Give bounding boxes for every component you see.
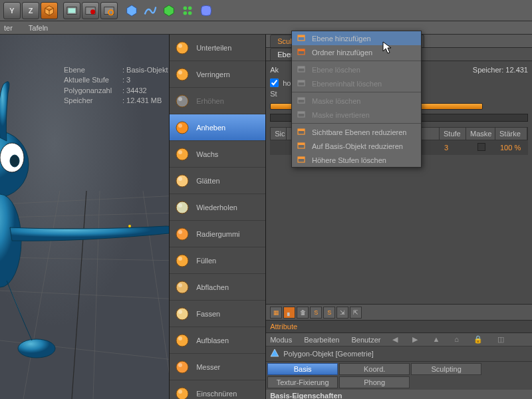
checkbox-stufe[interactable] <box>270 78 279 87</box>
svg-rect-62 <box>298 66 305 68</box>
nav-lock-icon[interactable]: 🔒 <box>473 335 483 344</box>
tool-fassen[interactable]: Fassen <box>170 301 265 327</box>
attr-tab-koord[interactable]: Koord. <box>339 363 410 375</box>
tool-wachs[interactable]: Wachs <box>170 141 265 168</box>
tool-label: Radiergummi <box>196 230 239 238</box>
tool-füllen[interactable]: Füllen <box>170 247 265 274</box>
attr-tab-textur[interactable]: Textur-Fixierung <box>267 376 338 388</box>
svg-point-27 <box>128 225 131 227</box>
ctx-mask-del[interactable]: Maske löschen <box>292 94 421 108</box>
folder-add-icon <box>297 48 308 57</box>
section-header: Basis-Eigenschaften <box>266 390 532 399</box>
nav-home-icon[interactable]: ⌂ <box>454 335 459 344</box>
tool-glätten[interactable]: Glätten <box>170 168 265 194</box>
tool-label: Messer <box>196 363 220 371</box>
delete-button[interactable]: 🗑 <box>297 307 309 319</box>
tool-verringern[interactable]: Verringern <box>170 61 265 88</box>
ctx-folder-add[interactable]: Ordner hinzufügen <box>292 45 421 59</box>
tool-icon <box>174 279 191 296</box>
svg-point-30 <box>176 68 188 80</box>
svg-rect-66 <box>298 98 305 100</box>
nav-next-icon[interactable]: ▶ <box>412 335 418 344</box>
render-region-button[interactable] <box>82 2 99 19</box>
tool-icon <box>174 252 191 269</box>
ctx-label: Ordner hinzufügen <box>312 49 372 57</box>
tool-wiederholen[interactable]: Wiederholen <box>170 194 265 221</box>
del-higher-icon <box>297 156 308 165</box>
nav-new-icon[interactable]: ◫ <box>497 335 504 344</box>
primitive-cube-icon[interactable] <box>123 2 140 19</box>
svg-point-35 <box>178 124 182 128</box>
tool-label: Wachs <box>196 150 218 158</box>
layer-add-icon <box>297 34 308 43</box>
ctx-label: Höhere Stufen löschen <box>312 156 386 164</box>
render-settings-button[interactable] <box>100 2 118 19</box>
svg-rect-1 <box>68 8 76 13</box>
svg-point-53 <box>178 363 182 367</box>
mask-checkbox[interactable] <box>477 143 485 151</box>
primitive-array-icon[interactable] <box>179 2 196 19</box>
btn-s2[interactable]: S <box>323 307 335 319</box>
subnav-item[interactable]: ter <box>4 24 13 32</box>
tool-messer[interactable]: Messer <box>170 354 265 380</box>
axis-z-button[interactable]: Z <box>22 2 39 19</box>
axis-y-button[interactable]: Y <box>3 2 21 19</box>
tool-label: Abflachen <box>196 283 229 291</box>
primitive-deformer-icon[interactable] <box>198 2 215 19</box>
tool-unterteilen[interactable]: Unterteilen <box>170 35 265 61</box>
svg-point-44 <box>176 255 188 267</box>
tool-label: Unterteilen <box>196 44 231 52</box>
ctx-label: Maske löschen <box>312 97 360 105</box>
tool-icon <box>174 358 191 376</box>
primitive-nurbs-icon[interactable] <box>160 2 178 19</box>
viewport-3d[interactable]: Ebene: Basis-Objekt Aktuelle Stufe: 3 Po… <box>0 35 169 399</box>
tool-abflachen[interactable]: Abflachen <box>170 274 265 301</box>
svg-point-42 <box>176 228 188 240</box>
ctx-layer-del[interactable]: Ebene löschen <box>292 63 421 76</box>
nav-prev-icon[interactable]: ◀ <box>392 335 398 344</box>
ctx-layer-add[interactable]: Ebene hinzufügen <box>292 31 421 45</box>
attr-tab-basis[interactable]: Basis <box>267 363 338 375</box>
attr-tab-phong[interactable]: Phong <box>339 376 410 388</box>
ctx-label: Auf Basis-Objekt reduzieren <box>312 142 403 150</box>
ctx-mask-inv[interactable]: Maske invertieren <box>292 108 421 122</box>
svg-point-28 <box>176 42 188 54</box>
ctx-label: Sichtbare Ebenen reduzieren <box>312 128 406 136</box>
attr-mode-row: Modus Bearbeiten Benutzer ◀ ▶ ▲ ⌂ 🔒 ◫ <box>266 333 532 346</box>
btn-collapse[interactable]: ⇲ <box>336 307 348 319</box>
svg-point-8 <box>184 11 188 14</box>
tool-anheben[interactable]: Anheben <box>170 114 265 141</box>
btn-s1[interactable]: S <box>310 307 322 319</box>
btn-expand[interactable]: ⇱ <box>350 307 362 319</box>
content-del-icon <box>297 79 308 88</box>
cube-tool-button[interactable] <box>41 2 58 19</box>
ctx-reduce-vis[interactable]: Sichtbare Ebenen reduzieren <box>292 125 421 139</box>
svg-point-3 <box>90 9 95 14</box>
tool-radiergummi[interactable]: Radiergummi <box>170 221 265 247</box>
tool-icon <box>174 119 191 136</box>
tool-aufblasen[interactable]: Aufblasen <box>170 327 265 354</box>
ctx-label: Ebene löschen <box>312 66 360 74</box>
primitive-spline-icon[interactable] <box>142 2 159 19</box>
add-folder-button[interactable]: ▖ <box>283 307 295 319</box>
attr-mode[interactable]: Modus <box>270 336 292 344</box>
attr-tab-sculpting[interactable]: Sculpting <box>411 363 481 375</box>
nav-up-icon[interactable]: ▲ <box>432 335 440 344</box>
ctx-reduce-base[interactable]: Auf Basis-Objekt reduzieren <box>292 139 421 153</box>
reduce-base-icon <box>297 142 308 151</box>
object-row[interactable]: Polygon-Objekt [Geometrie] <box>266 346 532 362</box>
attr-edit[interactable]: Bearbeiten <box>304 336 339 344</box>
sub-nav: ter Tafeln <box>0 21 532 35</box>
add-layer-button[interactable]: ▦ <box>270 307 282 319</box>
ctx-del-higher[interactable]: Höhere Stufen löschen <box>292 153 421 167</box>
attr-user[interactable]: Benutzer <box>351 336 380 344</box>
tool-icon <box>174 92 191 110</box>
render-button[interactable] <box>63 2 80 19</box>
tool-erhöhen[interactable]: Erhöhen <box>170 88 265 114</box>
tool-einschnüren[interactable]: Einschnüren <box>170 380 265 399</box>
tool-icon <box>174 305 191 323</box>
svg-point-50 <box>176 334 188 346</box>
ctx-content-del[interactable]: Ebeneninhalt löschen <box>292 76 421 90</box>
subnav-item[interactable]: Tafeln <box>29 24 48 32</box>
tool-icon <box>174 66 191 83</box>
